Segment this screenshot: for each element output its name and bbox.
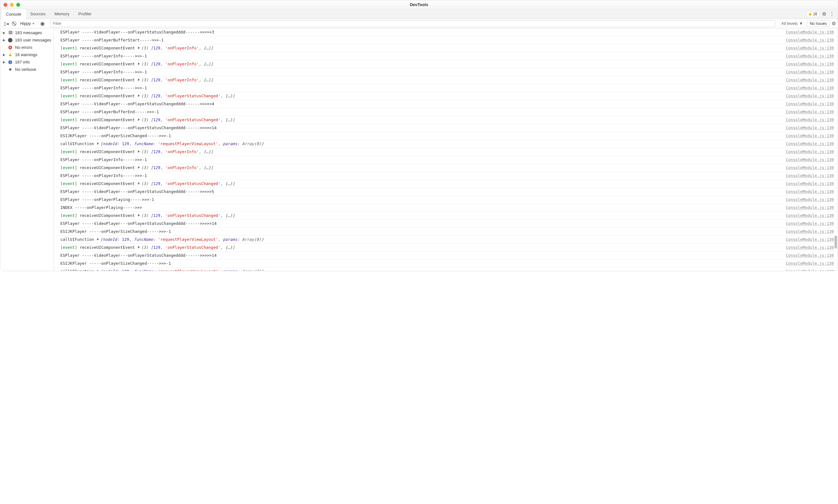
log-source-link[interactable]: ConsoleModule.js:130: [779, 220, 834, 227]
log-row: ESIJKPlayer -----onPlayerSizeChanged----…: [54, 228, 838, 236]
expand-object-icon[interactable]: [97, 238, 99, 240]
log-message: [event] receiveUIComponentEvent (3) [129…: [61, 93, 779, 99]
expand-icon: ▶: [3, 38, 5, 42]
log-source-link[interactable]: ConsoleModule.js:130: [779, 157, 834, 163]
log-row: ESPlayer -----onPlayerInfo----->>>-1Cons…: [54, 172, 838, 180]
sidebar-item[interactable]: ▶16 warnings: [0, 51, 54, 58]
toggle-sidebar-icon[interactable]: ▯◂: [2, 21, 10, 26]
filter-input[interactable]: [50, 20, 775, 27]
log-source-link[interactable]: ConsoleModule.js:130: [779, 53, 834, 59]
expand-object-icon[interactable]: [138, 246, 140, 249]
log-row: ESPlayer -----onPlayerInfo----->>>-1Cons…: [54, 84, 838, 92]
log-row: ESPlayer -----onPlayerInfo----->>>-1Cons…: [54, 68, 838, 76]
sidebar-item[interactable]: ×No errors: [0, 44, 54, 51]
log-source-link[interactable]: ConsoleModule.js:130: [779, 197, 834, 203]
log-message: INDEX -----onPlayerPlaying----->>>: [61, 204, 779, 211]
tab-console[interactable]: Console: [2, 9, 26, 19]
sidebar-item[interactable]: ✱No verbose: [0, 66, 54, 73]
close-icon[interactable]: [3, 3, 7, 7]
log-source-link[interactable]: ConsoleModule.js:130: [779, 93, 834, 99]
log-source-link[interactable]: ConsoleModule.js:130: [779, 268, 834, 271]
log-row: [event] receiveUIComponentEvent (3) [129…: [54, 60, 838, 68]
list-icon: [8, 31, 13, 35]
user-icon: [8, 38, 13, 42]
expand-object-icon[interactable]: [97, 270, 99, 271]
log-source-link[interactable]: ConsoleModule.js:130: [779, 204, 834, 211]
log-source-link[interactable]: ConsoleModule.js:130: [779, 125, 834, 131]
log-source-link[interactable]: ConsoleModule.js:130: [779, 69, 834, 75]
clear-console-icon[interactable]: [12, 21, 16, 26]
log-source-link[interactable]: ConsoleModule.js:130: [779, 236, 834, 243]
tab-profiler[interactable]: Profiler: [74, 9, 96, 19]
log-message: ESIJKPlayer -----onPlayerSizeChanged----…: [61, 133, 779, 139]
log-message: ESPlayer -----onPlayerInfo----->>>-1: [61, 85, 779, 91]
log-source-link[interactable]: ConsoleModule.js:130: [779, 149, 834, 155]
warning-icon: [8, 53, 13, 57]
log-source-link[interactable]: ConsoleModule.js:130: [779, 117, 834, 123]
log-source-link[interactable]: ConsoleModule.js:130: [779, 85, 834, 91]
log-message: callUIFunction {nodeId: 129, funcName: '…: [61, 141, 779, 147]
expand-object-icon[interactable]: [138, 150, 140, 153]
log-row: ESPlayer -----onPlayerBufferEnd----->>>-…: [54, 108, 838, 116]
window-title: DevTools: [410, 2, 428, 7]
log-source-link[interactable]: ConsoleModule.js:130: [779, 61, 834, 67]
log-message: [event] receiveUIComponentEvent (3) [129…: [61, 165, 779, 171]
console-settings-icon[interactable]: ⚙: [832, 21, 836, 26]
scrollbar-thumb[interactable]: [835, 236, 837, 249]
log-source-link[interactable]: ConsoleModule.js:130: [779, 252, 834, 259]
log-row: ESPlayer -----onPlayerBufferStart----->>…: [54, 36, 838, 44]
settings-icon[interactable]: ⚙: [822, 11, 826, 17]
issues-button[interactable]: No Issues: [807, 20, 830, 27]
expand-object-icon[interactable]: [138, 182, 140, 185]
sidebar-item[interactable]: ▶183 messages: [0, 29, 54, 36]
expand-object-icon[interactable]: [138, 214, 140, 217]
expand-icon: ▶: [3, 53, 5, 56]
expand-object-icon[interactable]: [138, 47, 140, 49]
maximize-icon[interactable]: [16, 3, 20, 7]
log-source-link[interactable]: ConsoleModule.js:130: [779, 213, 834, 219]
tab-memory[interactable]: Memory: [50, 9, 74, 19]
expand-object-icon[interactable]: [138, 62, 140, 65]
log-message: ESPlayer -----onPlayerInfo----->>>-1: [61, 53, 779, 59]
log-source-link[interactable]: ConsoleModule.js:130: [779, 173, 834, 179]
expand-object-icon[interactable]: [138, 166, 140, 169]
minimize-icon[interactable]: [10, 3, 14, 7]
more-icon[interactable]: ⋮: [829, 11, 835, 17]
log-source-link[interactable]: ConsoleModule.js:130: [779, 181, 834, 187]
warnings-badge[interactable]: 16: [806, 11, 820, 17]
log-message: ESPlayer -----VideoPlayer---onPlayerStat…: [61, 188, 779, 195]
console-log-area[interactable]: ESPlayer -----VideoPlayer---onPlayerStat…: [54, 29, 838, 271]
log-source-link[interactable]: ConsoleModule.js:130: [779, 133, 834, 139]
log-message: ESPlayer -----onPlayerPlaying----->>>-1: [61, 197, 779, 203]
log-source-link[interactable]: ConsoleModule.js:130: [779, 228, 834, 235]
log-source-link[interactable]: ConsoleModule.js:130: [779, 165, 834, 171]
log-row: [event] receiveUIComponentEvent (3) [129…: [54, 116, 838, 124]
log-source-link[interactable]: ConsoleModule.js:130: [779, 29, 834, 35]
log-row: [event] receiveUIComponentEvent (3) [129…: [54, 212, 838, 220]
sidebar-item[interactable]: ▶183 user messages: [0, 36, 54, 44]
sidebar-item[interactable]: ▶i167 info: [0, 58, 54, 66]
log-row: ESPlayer -----VideoPlayer---onPlayerStat…: [54, 124, 838, 132]
log-source-link[interactable]: ConsoleModule.js:130: [779, 37, 834, 43]
log-row: ESPlayer -----VideoPlayer---onPlayerStat…: [54, 220, 838, 228]
context-dropdown[interactable]: Hippy ▼: [18, 21, 37, 26]
sidebar-item-label: No errors: [15, 45, 32, 50]
log-source-link[interactable]: ConsoleModule.js:130: [779, 45, 834, 51]
live-expression-icon[interactable]: ◉: [39, 20, 46, 26]
expand-object-icon[interactable]: [138, 94, 140, 97]
log-source-link[interactable]: ConsoleModule.js:130: [779, 77, 834, 83]
log-source-link[interactable]: ConsoleModule.js:130: [779, 109, 834, 115]
log-source-link[interactable]: ConsoleModule.js:130: [779, 101, 834, 107]
expand-object-icon[interactable]: [97, 142, 99, 145]
error-icon: ×: [8, 45, 13, 50]
expand-object-icon[interactable]: [138, 78, 140, 81]
log-levels-dropdown[interactable]: All levels ▼: [779, 21, 805, 26]
expand-object-icon[interactable]: [138, 118, 140, 121]
log-source-link[interactable]: ConsoleModule.js:130: [779, 260, 834, 267]
log-source-link[interactable]: ConsoleModule.js:130: [779, 188, 834, 195]
tab-sources[interactable]: Sources: [26, 9, 50, 19]
log-source-link[interactable]: ConsoleModule.js:130: [779, 141, 834, 147]
log-source-link[interactable]: ConsoleModule.js:130: [779, 244, 834, 251]
log-row: ESPlayer -----VideoPlayer---onPlayerStat…: [54, 29, 838, 36]
verbose-icon: ✱: [8, 67, 13, 72]
